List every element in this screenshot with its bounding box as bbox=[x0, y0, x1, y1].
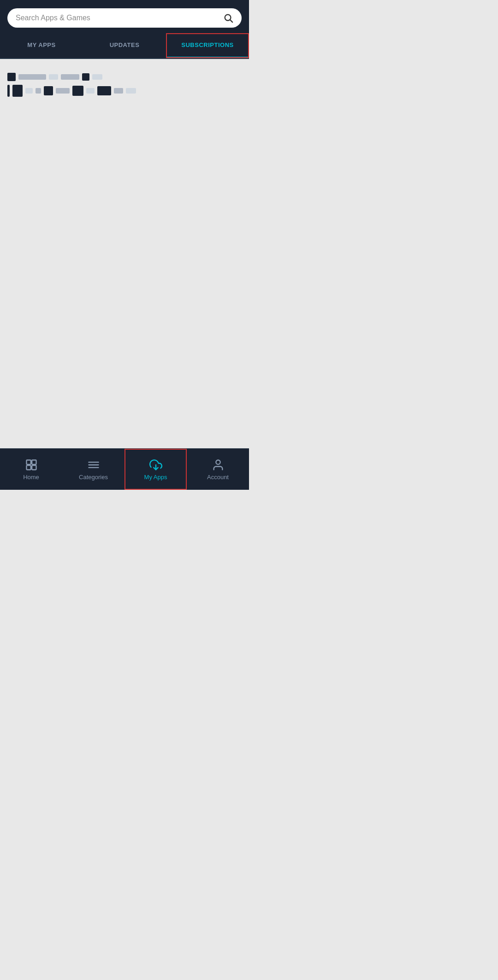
account-icon bbox=[212, 458, 225, 471]
search-bar[interactable]: Search Apps & Games bbox=[7, 8, 242, 28]
nav-categories-label: Categories bbox=[79, 474, 108, 481]
redact-text-1c bbox=[61, 74, 79, 80]
nav-home-label: Home bbox=[23, 474, 39, 481]
nav-categories[interactable]: Categories bbox=[62, 449, 125, 490]
tab-updates[interactable]: UPDATES bbox=[83, 33, 166, 58]
redact-icon-3 bbox=[12, 85, 23, 97]
svg-point-10 bbox=[216, 460, 220, 464]
svg-rect-4 bbox=[26, 465, 30, 469]
bottom-nav: Home Categories My Apps bbox=[0, 448, 249, 490]
nav-my-apps-label: My Apps bbox=[144, 474, 167, 481]
tab-subscriptions[interactable]: SUBSCRIPTIONS bbox=[166, 33, 249, 58]
redact-icon-5 bbox=[72, 86, 83, 96]
redact-text-2c bbox=[56, 88, 70, 94]
my-apps-icon bbox=[149, 458, 162, 471]
redact-text-2f bbox=[126, 88, 136, 94]
redact-bar bbox=[7, 85, 10, 97]
svg-line-1 bbox=[230, 20, 232, 22]
svg-rect-3 bbox=[32, 460, 36, 464]
redact-icon-1 bbox=[7, 73, 16, 81]
redact-icon-2 bbox=[82, 73, 89, 81]
redact-text-2e bbox=[114, 88, 123, 94]
search-icon bbox=[223, 13, 233, 23]
nav-my-apps[interactable]: My Apps bbox=[125, 449, 187, 490]
search-placeholder-text: Search Apps & Games bbox=[16, 14, 90, 22]
categories-icon bbox=[87, 458, 100, 471]
tab-bar: MY APPS UPDATES SUBSCRIPTIONS bbox=[0, 33, 249, 59]
svg-rect-2 bbox=[26, 460, 30, 464]
nav-account-label: Account bbox=[207, 474, 229, 481]
redacted-line-2 bbox=[7, 85, 242, 97]
redact-text-1a bbox=[18, 74, 46, 80]
redact-icon-6 bbox=[97, 86, 111, 95]
tab-my-apps[interactable]: MY APPS bbox=[0, 33, 83, 58]
redact-icon-4 bbox=[44, 86, 53, 95]
home-icon bbox=[25, 458, 38, 471]
redact-text-1b bbox=[49, 74, 58, 80]
subscriptions-content bbox=[7, 73, 242, 97]
nav-account[interactable]: Account bbox=[187, 449, 249, 490]
svg-rect-5 bbox=[32, 465, 36, 469]
main-content bbox=[0, 59, 249, 448]
redact-text-2d bbox=[86, 88, 95, 94]
header: Search Apps & Games bbox=[0, 0, 249, 33]
nav-home[interactable]: Home bbox=[0, 449, 62, 490]
redact-text-2b bbox=[36, 88, 41, 94]
redacted-line-1 bbox=[7, 73, 242, 81]
redact-text-1d bbox=[92, 74, 102, 80]
redact-text-2a bbox=[25, 88, 33, 94]
